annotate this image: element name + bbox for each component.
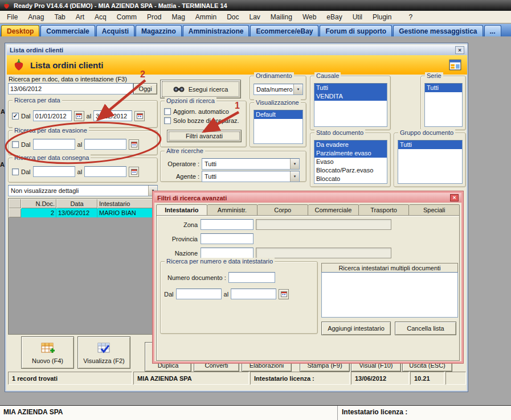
tab-intestatario[interactable]: Intestatario — [156, 204, 207, 216]
date-from-input[interactable] — [33, 139, 75, 150]
dialog-title-bar[interactable]: Filtri di ricerca avanzati ✕ — [154, 193, 461, 203]
zona-lookup-box[interactable] — [256, 219, 391, 230]
menu-util[interactable]: Util — [348, 11, 367, 23]
menu-prod[interactable]: Prod — [142, 11, 166, 23]
date-from-input[interactable] — [33, 166, 75, 177]
menu-acq[interactable]: Acq — [89, 11, 112, 23]
menu-mag[interactable]: Mag — [166, 11, 190, 23]
tab-more[interactable]: ... — [484, 25, 501, 36]
menu-ammin[interactable]: Ammin — [190, 11, 222, 23]
dettagli-select[interactable]: Non visualizzare dettagli ▼ — [8, 185, 158, 196]
stato-listbox[interactable]: Da evadere Parzialmente evaso Evaso Bloc… — [314, 140, 387, 184]
report-icon[interactable] — [449, 59, 461, 71]
menu-mailing[interactable]: Mailing — [265, 11, 297, 23]
ordinamento-select[interactable]: Data/numero ▼ — [254, 84, 303, 95]
menu-help[interactable]: ? — [403, 11, 418, 23]
calendar-icon — [281, 291, 287, 297]
calendar-button[interactable] — [279, 289, 289, 299]
chevron-down-icon[interactable]: ▼ — [290, 159, 299, 169]
tab-corpo[interactable]: Corpo — [257, 204, 308, 216]
column-header-intestatario[interactable]: Intestatario — [97, 199, 157, 208]
menu-comm[interactable]: Comm — [112, 11, 142, 23]
nuovo-button[interactable]: Nuovo (F4) — [21, 336, 74, 369]
tab-forum-di-supporto[interactable]: Forum di supporto — [320, 25, 392, 36]
date-to-input[interactable] — [84, 139, 126, 150]
visualizza-button[interactable]: Visualizza (F2) — [77, 336, 130, 369]
dal-checkbox[interactable] — [12, 168, 19, 175]
nazione-lookup-box[interactable] — [256, 248, 391, 258]
calendar-button[interactable] — [129, 167, 139, 177]
date-to-input[interactable] — [84, 166, 126, 177]
window-close-button[interactable]: ✕ — [455, 46, 464, 54]
tab-acquisti[interactable]: Acquisti — [96, 25, 134, 36]
tab-commerciale[interactable]: Commerciale — [308, 204, 359, 216]
tab-desktop[interactable]: Desktop — [1, 25, 39, 36]
list-item[interactable]: Tutti — [398, 141, 462, 149]
aggiorn-automatico-checkbox[interactable] — [164, 108, 171, 115]
zona-input[interactable] — [201, 219, 254, 230]
nazione-input[interactable] — [201, 248, 254, 258]
list-item[interactable]: Default — [254, 110, 302, 119]
cancella-lista-button[interactable]: Cancella lista — [395, 322, 456, 335]
row-selector-cell[interactable] — [9, 208, 21, 217]
orders-table[interactable]: N.Doc. Data Intestatario 2 13/06/2012 MA… — [8, 198, 158, 335]
menu-file[interactable]: File — [2, 11, 23, 23]
tab-speciali[interactable]: Speciali — [409, 204, 460, 216]
list-item[interactable]: VENDITA — [314, 92, 387, 101]
dialog-close-button[interactable]: ✕ — [450, 194, 459, 201]
list-item[interactable]: Bloccato — [314, 175, 387, 183]
operatore-select[interactable]: Tutti ▼ — [202, 158, 300, 170]
causale-listbox[interactable]: Tutti VENDITA — [314, 83, 387, 127]
column-header-ndoc[interactable]: N.Doc. — [21, 199, 56, 208]
oggi-button[interactable]: Oggi — [133, 83, 157, 94]
menu-anag[interactable]: Anag — [23, 11, 49, 23]
esegui-ricerca-button[interactable]: Esegui ricerca — [160, 80, 241, 98]
filtri-avanzati-button[interactable]: Filtri avanzati — [167, 130, 242, 142]
search-input[interactable] — [8, 83, 133, 94]
list-item[interactable]: Parzialmente evaso — [314, 149, 387, 158]
list-item[interactable]: Da evadere — [314, 141, 387, 149]
menu-plugin[interactable]: Plugin — [367, 11, 396, 23]
numero-documento-input[interactable] — [228, 272, 275, 283]
date-to-input[interactable] — [93, 110, 132, 121]
menu-art[interactable]: Art — [71, 11, 89, 23]
window-title-bar[interactable]: Lista ordini clienti ✕ — [7, 45, 467, 55]
dal-checkbox[interactable] — [12, 141, 19, 148]
dal-input[interactable] — [176, 289, 222, 299]
table-row[interactable]: 2 13/06/2012 MARIO BIAN — [9, 208, 157, 217]
agente-select[interactable]: Tutti ▼ — [202, 171, 300, 182]
list-item[interactable]: Bloccato/Parz.evaso — [314, 166, 387, 175]
visualizzazione-listbox[interactable]: Default — [254, 110, 303, 144]
list-item[interactable]: Tutti — [314, 84, 387, 92]
menu-web[interactable]: Web — [297, 11, 321, 23]
al-input[interactable] — [231, 289, 276, 299]
calendar-button[interactable] — [134, 111, 145, 121]
tab-commerciale[interactable]: Commerciale — [40, 25, 95, 36]
calendar-button[interactable] — [74, 111, 84, 121]
menu-tab[interactable]: Tab — [49, 11, 70, 23]
column-header-data[interactable]: Data — [56, 199, 97, 208]
calendar-button[interactable] — [129, 139, 139, 150]
tab-ecommerce-ebay[interactable]: Ecommerce/eBay — [250, 25, 318, 36]
tab-magazzino[interactable]: Magazzino — [136, 25, 182, 36]
solo-bozze-checkbox[interactable] — [164, 117, 171, 124]
list-item[interactable]: Evaso — [314, 158, 387, 166]
provincia-input[interactable] — [201, 233, 254, 244]
chevron-down-icon[interactable]: ▼ — [293, 84, 302, 94]
dal-checkbox[interactable]: ✓ — [12, 113, 19, 120]
chevron-down-icon[interactable]: ▼ — [290, 171, 299, 182]
tab-trasporto[interactable]: Trasporto — [359, 204, 410, 216]
tab-amministr[interactable]: Amministr. — [207, 204, 258, 216]
tab-gestione-messaggistica[interactable]: Gestione messaggistica — [393, 25, 483, 36]
menu-doc[interactable]: Doc — [222, 11, 244, 23]
aggiungi-intestatario-button[interactable]: Aggiungi intestatario — [321, 322, 391, 335]
gruppo-listbox[interactable]: Tutti — [398, 140, 463, 184]
tab-amministrazione[interactable]: Amministrazione — [183, 25, 250, 36]
menu-lav[interactable]: Lav — [244, 11, 265, 23]
list-item[interactable]: Tutti — [425, 84, 462, 92]
date-from-input[interactable] — [33, 110, 72, 121]
menu-ebay[interactable]: eBay — [321, 11, 347, 23]
multipli-listbox[interactable] — [321, 272, 458, 318]
status-ora: 10.21 — [410, 372, 444, 385]
serie-listbox[interactable]: Tutti — [424, 83, 463, 127]
